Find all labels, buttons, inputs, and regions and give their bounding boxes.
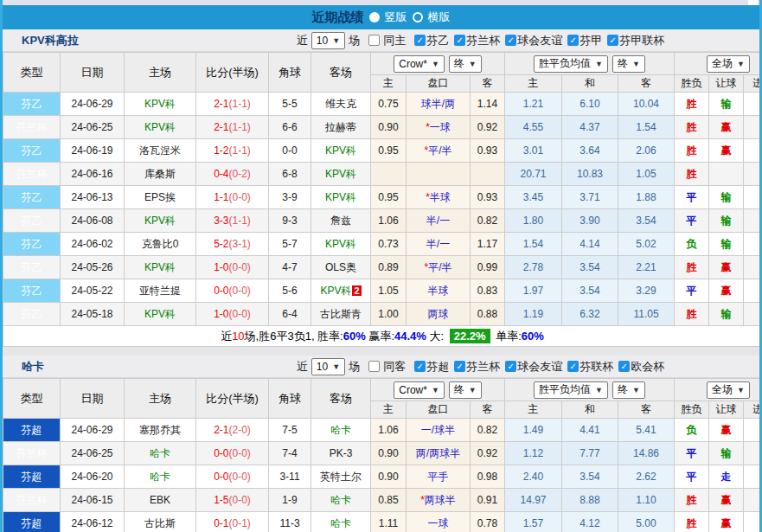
away-team-cell: 拉赫蒂: [311, 116, 371, 139]
same-home-checkbox[interactable]: [368, 35, 380, 46]
handicap-result: 输: [709, 303, 744, 326]
handicap-away-odds: 0.82: [471, 419, 505, 442]
corner-cell: 7-5: [269, 419, 311, 442]
league-checkbox[interactable]: ✓: [454, 361, 465, 372]
odds-company-select[interactable]: Crow*▼: [394, 381, 445, 399]
same-home-label[interactable]: 同主: [383, 33, 406, 48]
league-checkbox[interactable]: ✓: [454, 35, 465, 46]
match-row: 芬兰杯24-06-25KPV科2-1(1-1)6-6拉赫蒂0.90*一球0.92…: [3, 116, 762, 139]
handicap-result: 输: [709, 209, 744, 233]
avg-home-odds: 2.40: [505, 465, 562, 489]
avg-odds-select[interactable]: 胜平负均值▼: [534, 55, 608, 73]
handicap-away-odds: [471, 163, 505, 186]
handicap-line: 一/球半: [407, 419, 471, 442]
score-cell: 2-1(1-1): [196, 93, 269, 116]
away-team-cell: 古比斯青: [311, 303, 371, 326]
league-checkbox[interactable]: ✓: [414, 35, 426, 46]
odds-company-select[interactable]: Crow*▼: [394, 55, 445, 73]
handicap-line: 两/两球半: [407, 442, 471, 465]
league-label[interactable]: 芬甲联杯: [619, 33, 664, 48]
league-label[interactable]: 芬兰杯: [466, 33, 500, 48]
match-date: 24-06-13: [61, 186, 125, 209]
league-checkbox[interactable]: ✓: [567, 361, 579, 372]
team-link: 拉赫蒂: [325, 121, 356, 133]
handicap-away-odds: 0.88: [471, 303, 505, 326]
score-cell: 2-1(2-0): [196, 419, 269, 442]
handicap-final-select[interactable]: 终▼: [449, 55, 482, 73]
fullmatch-select[interactable]: 全场▼: [707, 381, 750, 399]
handicap-final-select[interactable]: 终▼: [449, 381, 482, 399]
league-checkbox[interactable]: ✓: [414, 361, 426, 372]
summary-text: 近: [221, 329, 232, 344]
handicap-away-odds: 0.92: [471, 442, 505, 465]
wdl-result: 负: [675, 233, 709, 256]
goal-result: [744, 442, 762, 465]
red-card-badge: 2: [352, 285, 361, 296]
goal-result: [744, 489, 762, 512]
match-date: 24-06-20: [61, 465, 125, 489]
handicap-away-odds: 0.83: [471, 279, 505, 303]
avg-away-odds: 11.05: [618, 303, 675, 326]
team-link: 维夫克: [325, 98, 356, 110]
league-label[interactable]: 球会友谊: [517, 33, 562, 48]
team-name: KPV科高拉: [3, 33, 202, 48]
league-checkbox[interactable]: ✓: [618, 361, 630, 372]
league-type-badge: 芬兰杯: [3, 489, 61, 512]
away-team-cell: KPV科2: [311, 279, 371, 303]
summary-text: 10: [232, 330, 244, 343]
horizontal-layout-label[interactable]: 横版: [428, 10, 451, 25]
match-count-select[interactable]: 10▼: [311, 32, 345, 49]
league-checkbox[interactable]: ✓: [567, 35, 579, 46]
fullmatch-select[interactable]: 全场▼: [707, 55, 750, 73]
league-label[interactable]: 球会友谊: [517, 359, 562, 375]
avg-group-header: 胜平负均值▼ 终▼: [505, 379, 675, 401]
home-team-cell: 塞那乔其: [125, 419, 196, 442]
league-label[interactable]: 芬超: [426, 359, 449, 375]
league-type-badge: 芬乙: [3, 279, 61, 303]
league-type-badge: 芬超: [3, 512, 61, 532]
handicap-home-odds: 1.06: [371, 209, 407, 233]
league-label[interactable]: 芬兰杯: [466, 359, 500, 375]
league-label[interactable]: 芬甲: [580, 33, 602, 48]
corner-cell: 5-6: [269, 279, 311, 303]
same-away-checkbox[interactable]: [368, 361, 380, 372]
wdl-result: 胜: [675, 489, 709, 512]
avg-home-odds: 2.78: [505, 256, 562, 279]
avg-final-select[interactable]: 终▼: [612, 55, 645, 73]
wdl-result: 平: [675, 186, 709, 209]
avg-home-odds: 4.55: [505, 116, 562, 139]
match-count-select[interactable]: 10▼: [311, 358, 345, 375]
avg-draw-odds: 8.88: [562, 489, 618, 512]
home-team-cell: EBK: [125, 489, 196, 512]
col-handicap-home: 主: [371, 401, 407, 419]
vertical-layout-label[interactable]: 竖版: [385, 10, 407, 25]
handicap-line: 半/一: [407, 233, 471, 256]
vertical-layout-radio[interactable]: [369, 12, 380, 22]
league-label[interactable]: 欧会杯: [631, 359, 664, 375]
handicap-home-odds: 0.73: [371, 233, 407, 256]
team-link: KPV科: [144, 261, 176, 273]
wdl-result: 胜: [675, 512, 709, 532]
league-checkbox[interactable]: ✓: [505, 361, 516, 372]
same-away-label[interactable]: 同客: [383, 359, 406, 375]
handicap-result: 赢: [709, 489, 744, 512]
home-team-cell: KPV科: [125, 303, 196, 326]
section-header-haka: 哈卡 近 10▼ 场 同客 ✓芬超✓芬兰杯✓球会友谊✓芬联杯✓欧会杯: [3, 356, 759, 378]
team-link: PK-3: [330, 447, 353, 459]
summary-text: 60%: [343, 330, 366, 343]
league-checkbox[interactable]: ✓: [505, 35, 516, 46]
match-row: 芬乙24-06-29KPV科2-1(1-1)5-5维夫克0.75球半/两1.14…: [3, 93, 762, 116]
horizontal-layout-radio[interactable]: [413, 12, 423, 22]
team-link: KPV科: [144, 121, 176, 133]
league-checkbox[interactable]: ✓: [607, 35, 618, 46]
home-team-cell: 克鲁比0: [125, 233, 196, 256]
handicap-line: 半球: [407, 279, 471, 303]
handicap-line: 两球: [407, 303, 471, 326]
avg-home-odds: 1.80: [505, 209, 562, 233]
avg-final-select[interactable]: 终▼: [612, 381, 645, 399]
away-team-cell: 维夫克: [311, 93, 371, 116]
league-label[interactable]: 芬乙: [426, 33, 449, 48]
avg-odds-select[interactable]: 胜平负均值▼: [534, 381, 608, 399]
summary-text: 单率:: [493, 329, 522, 344]
league-label[interactable]: 芬联杯: [580, 359, 613, 375]
